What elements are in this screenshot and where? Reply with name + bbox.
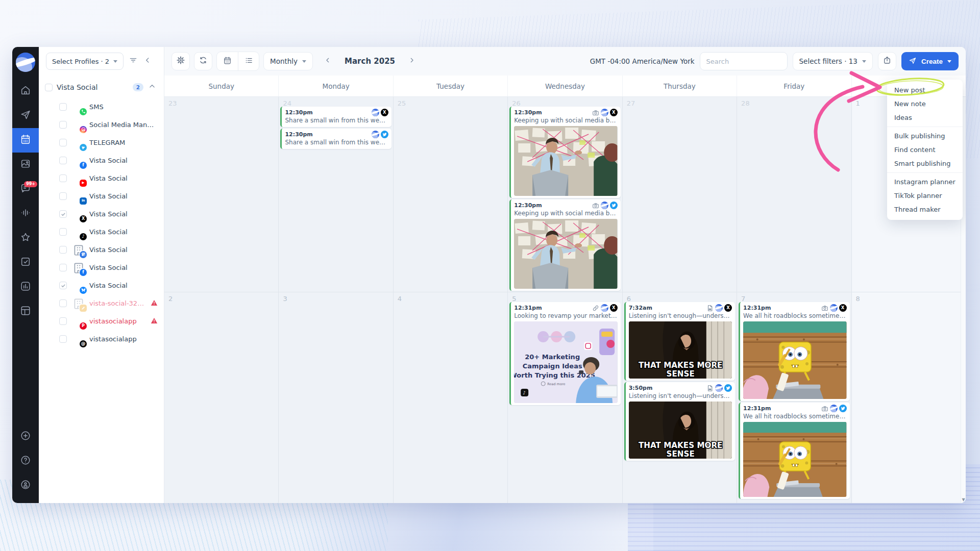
menu-item-ideas[interactable]: Ideas bbox=[887, 111, 963, 124]
select-profiles-dropdown[interactable]: Select Profiles · 2 bbox=[46, 53, 124, 70]
profile-row[interactable]: ♪ Vista Social bbox=[39, 223, 164, 241]
day-cell-feb-28[interactable]: 28 bbox=[737, 97, 851, 292]
profile-row[interactable]: ▶ Vista Social bbox=[39, 169, 164, 187]
profile-checkbox[interactable] bbox=[59, 103, 67, 111]
profile-checkbox[interactable] bbox=[59, 210, 67, 218]
day-cell-mar-5[interactable]: 5 12:31pm X Looking to revamp your marke… bbox=[507, 292, 622, 503]
create-button[interactable]: Create bbox=[901, 52, 959, 70]
sidebar-item-reports[interactable] bbox=[12, 275, 39, 299]
account-button[interactable] bbox=[20, 473, 31, 498]
sidebar-item-home[interactable] bbox=[12, 79, 39, 104]
sidebar-item-publish[interactable] bbox=[12, 104, 39, 128]
menu-item-instagram-planner[interactable]: Instagram planner bbox=[887, 175, 963, 189]
profile-checkbox[interactable] bbox=[59, 317, 67, 325]
profile-row[interactable]: vista-social-320412 bbox=[39, 294, 164, 312]
post-card[interactable]: 7:32am X Listening isn't enough—understa… bbox=[624, 302, 735, 381]
post-card[interactable]: 12:31pm X We all hit roadblocks sometime… bbox=[739, 302, 849, 401]
sidebar-item-media[interactable] bbox=[12, 153, 39, 177]
day-cell-mar-3[interactable]: 3 bbox=[278, 292, 393, 503]
sidebar-item-dashboard[interactable] bbox=[12, 299, 39, 324]
sidebar-item-calendar[interactable] bbox=[12, 128, 39, 153]
sidebar-item-tasks[interactable] bbox=[12, 251, 39, 275]
help-button[interactable] bbox=[20, 449, 31, 473]
profile-checkbox[interactable] bbox=[59, 174, 67, 182]
profile-row[interactable]: P vistasocialapp bbox=[39, 312, 164, 330]
menu-item-smart-publishing[interactable]: Smart publishing bbox=[887, 157, 963, 170]
day-cell-mar-8[interactable]: 8 bbox=[851, 292, 966, 503]
profile-checkbox[interactable] bbox=[59, 139, 67, 146]
view-mode-dropdown[interactable]: Monthly bbox=[263, 52, 313, 70]
profile-row[interactable]: TELEGRAM bbox=[39, 134, 164, 152]
date-number: 26 bbox=[512, 99, 521, 107]
menu-item-new-note[interactable]: New note bbox=[887, 97, 963, 111]
profile-checkbox[interactable] bbox=[59, 282, 67, 289]
profile-checkbox[interactable] bbox=[59, 246, 67, 254]
day-cell-mar-6[interactable]: 6 7:32am X Listening isn't enough—unders… bbox=[622, 292, 737, 503]
menu-item-new-post[interactable]: New post bbox=[887, 83, 963, 97]
next-month-button[interactable] bbox=[404, 54, 420, 69]
day-cell-mar-2[interactable]: 2 bbox=[164, 292, 278, 503]
profile-row[interactable]: Vista Social bbox=[39, 241, 164, 259]
sidebar-item-listening[interactable] bbox=[12, 202, 39, 226]
menu-item-find-content[interactable]: Find content bbox=[887, 143, 963, 157]
profile-row[interactable]: in Vista Social bbox=[39, 187, 164, 205]
post-card[interactable]: 12:30pm X Keeping up with social media b… bbox=[509, 107, 620, 198]
profile-row[interactable]: Vista Social bbox=[39, 277, 164, 294]
group-checkbox[interactable] bbox=[45, 84, 53, 91]
list-icon bbox=[244, 56, 253, 67]
calendar-view-button[interactable] bbox=[217, 52, 238, 70]
search-input[interactable] bbox=[700, 52, 788, 70]
view-mode-label: Monthly bbox=[270, 57, 298, 65]
post-card[interactable]: 12:30pm X Share a small win from this we… bbox=[280, 107, 391, 127]
refresh-button[interactable] bbox=[194, 52, 212, 70]
settings-button[interactable] bbox=[172, 52, 190, 70]
profile-checkbox[interactable] bbox=[59, 335, 67, 343]
post-card[interactable]: 12:30pm Keeping up with social media be … bbox=[509, 199, 620, 291]
list-view-button[interactable] bbox=[238, 52, 259, 70]
day-cell-feb-24[interactable]: 24 12:30pm X Share a small win from this… bbox=[278, 97, 393, 292]
day-cell-feb-23[interactable]: 23 bbox=[164, 97, 278, 292]
post-card[interactable]: 3:50pm Listening isn't enough—understan… bbox=[624, 382, 735, 461]
group-collapse-button[interactable] bbox=[148, 82, 157, 93]
export-button[interactable] bbox=[878, 52, 896, 70]
profile-row[interactable]: SMS bbox=[39, 98, 164, 116]
day-cell-feb-26[interactable]: 26 12:30pm X Keeping up with social medi… bbox=[507, 97, 622, 292]
date-number: 27 bbox=[627, 99, 635, 107]
add-button[interactable] bbox=[20, 424, 31, 449]
profile-checkbox[interactable] bbox=[59, 264, 67, 271]
day-cell-feb-25[interactable]: 25 bbox=[393, 97, 507, 292]
post-card[interactable]: 12:30pm Share a small win from this week… bbox=[280, 129, 391, 149]
post-image-pepe-meme bbox=[514, 219, 617, 289]
sidebar-item-inbox[interactable]: 99+ bbox=[12, 177, 39, 202]
x-icon: X bbox=[381, 109, 388, 116]
profile-checkbox[interactable] bbox=[59, 121, 67, 129]
profile-row[interactable]: X Vista Social bbox=[39, 205, 164, 223]
select-filters-dropdown[interactable]: Select filters · 13 bbox=[793, 52, 873, 70]
menu-item-bulk-publishing[interactable]: Bulk publishing bbox=[887, 129, 963, 143]
profile-checkbox[interactable] bbox=[59, 228, 67, 236]
youtube-icon: ▶ bbox=[80, 180, 87, 187]
date-number: 6 bbox=[627, 295, 631, 303]
collapse-panel-button[interactable] bbox=[143, 56, 152, 67]
post-image-pepe-meme bbox=[514, 126, 617, 196]
day-cell-mar-4[interactable]: 4 bbox=[393, 292, 507, 503]
check-square-icon bbox=[20, 256, 31, 269]
day-cell-feb-27[interactable]: 27 bbox=[622, 97, 737, 292]
vista-social-logo[interactable] bbox=[16, 53, 35, 72]
profile-row[interactable]: @ vistasocialapp bbox=[39, 330, 164, 348]
day-header-friday: Friday bbox=[737, 76, 851, 96]
profiles-filter-button[interactable] bbox=[129, 56, 138, 67]
post-card[interactable]: 12:31pm We all hit roadblocks sometimes.… bbox=[739, 403, 849, 499]
sidebar-item-reviews[interactable] bbox=[12, 226, 39, 251]
menu-item-tiktok-planner[interactable]: TikTok planner bbox=[887, 189, 963, 203]
profile-row[interactable]: f Vista Social bbox=[39, 152, 164, 169]
profile-row[interactable]: f Vista Social bbox=[39, 259, 164, 277]
profile-checkbox[interactable] bbox=[59, 157, 67, 164]
post-card[interactable]: 12:31pm X Looking to revamp your marketi… bbox=[509, 302, 620, 405]
menu-item-thread-maker[interactable]: Thread maker bbox=[887, 203, 963, 216]
profile-checkbox[interactable] bbox=[59, 192, 67, 200]
prev-month-button[interactable] bbox=[320, 54, 335, 69]
day-cell-mar-7[interactable]: 7 12:31pm X We all hit roadblocks someti… bbox=[737, 292, 851, 503]
profile-checkbox[interactable] bbox=[59, 299, 67, 307]
profile-row[interactable]: Social Media Managem… bbox=[39, 116, 164, 134]
